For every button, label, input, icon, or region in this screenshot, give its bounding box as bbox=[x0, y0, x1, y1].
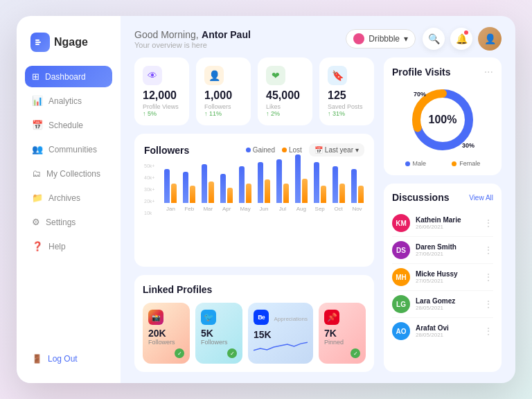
linked-card-behance: Be Appreciations 15K bbox=[248, 303, 313, 364]
bar-label-apr: Apr bbox=[222, 206, 231, 212]
twitter-label: Followers bbox=[201, 339, 237, 346]
gained-bar-nov bbox=[351, 169, 357, 203]
donut-center: 100% bbox=[429, 114, 457, 126]
nav-label-communities: Communities bbox=[48, 145, 97, 154]
profile-visits-more-button[interactable]: ··· bbox=[484, 66, 493, 78]
behance-sub-label: Appreciations bbox=[274, 316, 308, 322]
bar-group-aug: Aug bbox=[294, 154, 308, 212]
legend-gained: Gained bbox=[246, 146, 275, 154]
female-legend-dot bbox=[452, 161, 456, 166]
linked-profiles-section: Linked Profiles 📸 20K Followers ✓ 🐦 5K bbox=[134, 275, 374, 372]
y-label-50k: 50k+ bbox=[144, 163, 154, 168]
discussion-more-button[interactable]: ⋮ bbox=[484, 218, 493, 229]
lost-bar-jan bbox=[171, 184, 177, 203]
brand-selector[interactable]: Dribbble ▾ bbox=[346, 29, 416, 48]
nav-label-collections: My Collections bbox=[46, 169, 100, 179]
female-legend-label: Female bbox=[459, 160, 480, 167]
dashboard-icon: ⊞ bbox=[32, 71, 39, 82]
profile-views-value: 12,000 bbox=[143, 89, 181, 102]
communities-icon: 👥 bbox=[32, 144, 43, 154]
discussion-item[interactable]: LG Lara Gomez 28/05/2021 ⋮ bbox=[392, 291, 493, 318]
sidebar-item-archives[interactable]: 📁 Archives bbox=[25, 187, 112, 209]
male-percent-label: 70% bbox=[414, 91, 426, 98]
twitter-icon: 🐦 bbox=[201, 310, 216, 325]
male-legend-item: Male bbox=[405, 160, 427, 167]
content-area: 👁 12,000 Profile Views ↑ 5% 👤 1,000 Foll… bbox=[121, 57, 515, 383]
sidebar-item-analytics[interactable]: 📊 Analytics bbox=[25, 90, 112, 112]
donut-chart: 100% 70% 30% bbox=[408, 85, 477, 154]
discussion-more-button[interactable]: ⋮ bbox=[484, 245, 493, 256]
bar-chart: JanFebMarAprMayJunJulAugSepOctNov bbox=[163, 163, 364, 226]
pinterest-check-icon: ✓ bbox=[351, 348, 360, 358]
bar-label-jul: Jul bbox=[279, 206, 286, 212]
logout-label: Log Out bbox=[48, 354, 78, 364]
view-all-button[interactable]: View All bbox=[469, 194, 493, 202]
linked-card-pinterest: 📌 7K Pinned ✓ bbox=[319, 303, 366, 364]
bar-label-nov: Nov bbox=[352, 206, 362, 212]
discussion-date: 26/06/2021 bbox=[416, 224, 478, 230]
y-label-20k: 20k+ bbox=[144, 199, 154, 204]
bar-group-oct: Oct bbox=[331, 166, 346, 212]
discussion-info: Kathein Marie 26/06/2021 bbox=[416, 216, 478, 230]
notifications-button[interactable]: 🔔 bbox=[450, 28, 472, 50]
likes-icon: ❤ bbox=[266, 66, 285, 85]
sidebar-item-dashboard[interactable]: ⊞ Dashboard bbox=[25, 66, 112, 87]
lost-bar-sep bbox=[321, 186, 326, 203]
followers-label: Followers bbox=[204, 103, 242, 110]
saved-posts-label: Saved Posts bbox=[328, 103, 366, 110]
nav-label-dashboard: Dashboard bbox=[45, 72, 86, 82]
gained-bar-sep bbox=[314, 162, 319, 203]
sidebar-item-communities[interactable]: 👥 Communities bbox=[25, 139, 112, 160]
legend-lost: Lost bbox=[282, 146, 302, 154]
sidebar-item-help[interactable]: ❓ Help bbox=[25, 236, 112, 257]
discussion-avatar: MH bbox=[392, 268, 410, 286]
bar-label-aug: Aug bbox=[296, 206, 306, 212]
saved-posts-value: 125 bbox=[328, 89, 366, 102]
discussion-item[interactable]: DS Daren Smith 27/06/2021 ⋮ bbox=[392, 237, 493, 264]
discussion-more-button[interactable]: ⋮ bbox=[484, 326, 493, 337]
help-icon: ❓ bbox=[32, 241, 43, 251]
profile-visits-header: Profile Visits ··· bbox=[392, 66, 493, 78]
logout-button[interactable]: 🚪 Log Out bbox=[25, 348, 112, 369]
discussion-info: Arafat Ovi 28/05/2021 bbox=[416, 324, 478, 338]
discussion-more-button[interactable]: ⋮ bbox=[484, 299, 493, 310]
discussion-item[interactable]: KM Kathein Marie 26/06/2021 ⋮ bbox=[392, 210, 493, 237]
linked-card-twitter: 🐦 5K Followers ✓ bbox=[195, 303, 242, 364]
stat-card-saved-posts: 🔖 125 Saved Posts ↑ 31% bbox=[319, 57, 374, 125]
linked-cards: 📸 20K Followers ✓ 🐦 5K Followers ✓ bbox=[143, 303, 366, 364]
likes-change: ↑ 2% bbox=[266, 110, 304, 117]
discussion-name: Daren Smith bbox=[416, 243, 478, 251]
behance-mini-chart bbox=[254, 340, 308, 354]
gained-bar-feb bbox=[183, 172, 188, 203]
logo: Ngage bbox=[25, 30, 112, 63]
female-percent-label: 30% bbox=[462, 142, 475, 149]
profile-visits-title: Profile Visits bbox=[392, 66, 451, 78]
bar-group-may: May bbox=[238, 166, 253, 212]
discussion-date: 27/06/2021 bbox=[416, 251, 478, 257]
chart-filter-button[interactable]: 📅 Last year ▾ bbox=[309, 143, 364, 157]
sidebar-spacer bbox=[25, 260, 112, 346]
discussion-more-button[interactable]: ⋮ bbox=[484, 272, 493, 283]
discussions-card: Discussions View All KM Kathein Marie 26… bbox=[384, 184, 502, 372]
instagram-icon: 📸 bbox=[148, 310, 163, 325]
search-button[interactable]: 🔍 bbox=[423, 28, 445, 50]
chart-title: Followers bbox=[144, 145, 189, 156]
gained-bar-jul bbox=[276, 159, 282, 203]
avatar[interactable]: 👤 bbox=[478, 27, 502, 51]
sidebar-item-settings[interactable]: ⚙ Settings bbox=[25, 211, 112, 233]
instagram-label: Followers bbox=[148, 339, 184, 346]
discussion-item[interactable]: AO Arafat Ovi 28/05/2021 ⋮ bbox=[392, 318, 493, 344]
lost-bar-jun bbox=[265, 179, 270, 203]
sidebar-item-my-collections[interactable]: 🗂 My Collections bbox=[25, 163, 112, 184]
nav-label-schedule: Schedule bbox=[48, 121, 83, 130]
discussions-header: Discussions View All bbox=[392, 192, 493, 203]
app-container: Ngage ⊞ Dashboard 📊 Analytics 📅 Schedule… bbox=[17, 16, 515, 383]
discussion-item[interactable]: MH Micke Hussy 27/05/2021 ⋮ bbox=[392, 264, 493, 291]
sidebar-item-schedule[interactable]: 📅 Schedule bbox=[25, 114, 112, 136]
linked-profiles-title: Linked Profiles bbox=[143, 284, 212, 295]
discussion-name: Arafat Ovi bbox=[416, 324, 478, 332]
header: Good Morning, Antor Paul Your overview i… bbox=[121, 16, 515, 57]
pinterest-icon: 📌 bbox=[324, 310, 339, 325]
discussion-info: Micke Hussy 27/05/2021 bbox=[416, 270, 478, 284]
followers-change: ↑ 11% bbox=[204, 110, 242, 117]
